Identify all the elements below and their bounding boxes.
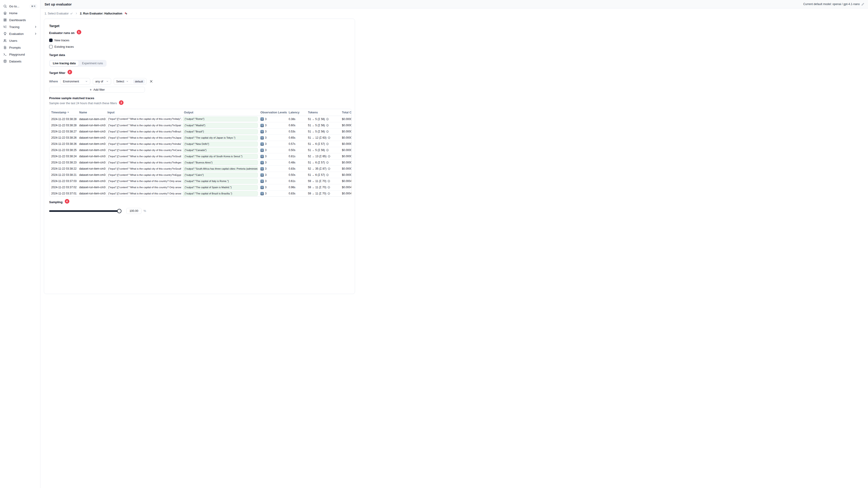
step-badge-3: 3 xyxy=(119,100,124,105)
table-row[interactable]: 2024-11-22 03:38:26 dataset-run-item-cm3… xyxy=(50,141,351,147)
info-icon[interactable] xyxy=(328,186,330,189)
input-cell[interactable]: {"input":[{"content":"What is the capita… xyxy=(106,129,181,134)
info-icon[interactable] xyxy=(326,142,329,145)
sidebar-item-home[interactable]: Home xyxy=(2,10,38,17)
output-cell[interactable]: {"output":"The capital of Italy is Rome.… xyxy=(183,179,258,184)
output-cell[interactable]: {"output":"Cairo"} xyxy=(183,173,258,177)
table-column-header[interactable]: Latency xyxy=(287,111,306,114)
tab-live-tracing-data[interactable]: Live tracing data xyxy=(50,61,79,66)
info-icon[interactable] xyxy=(328,180,330,183)
table-row[interactable]: 2024-11-22 03:38:23 dataset-run-item-cm3… xyxy=(50,159,351,165)
step-badge-4: 4 xyxy=(65,199,69,202)
input-cell[interactable]: {"input":[{"content":"What is the capita… xyxy=(106,179,181,184)
input-cell[interactable]: {"input":[{"content":"What is the capita… xyxy=(106,123,181,128)
table-column-header[interactable]: Tokens xyxy=(306,111,340,114)
checkbox[interactable] xyxy=(49,45,53,48)
sidebar-item-datasets[interactable]: Datasets xyxy=(2,58,38,65)
tokens-cell: 59 → 11 (Σ 70) xyxy=(306,186,340,189)
output-cell[interactable]: {"output":"The capital of Brazil is Bras… xyxy=(183,191,258,196)
latency-cell: 0.83s xyxy=(287,167,306,170)
add-filter-button[interactable]: Add filter xyxy=(49,87,145,93)
input-cell[interactable]: {"input":[{"content":"What is the capita… xyxy=(106,185,181,190)
output-cell[interactable]: {"output":"The capital of Spain is Madri… xyxy=(183,185,258,190)
table-column-header[interactable]: Name xyxy=(78,111,105,114)
remove-filter-icon[interactable] xyxy=(150,80,153,83)
table-row[interactable]: 2024-11-22 03:38:25 dataset-run-item-cm3… xyxy=(50,147,351,153)
filter-operator-select[interactable]: any of xyxy=(93,78,111,85)
name-cell: dataset-run-item-cm3s4 xyxy=(78,149,105,152)
table-row[interactable]: 2024-11-22 03:37:02 dataset-run-item-cm3… xyxy=(50,184,351,190)
input-cell[interactable]: {"input":[{"content":"What is the capita… xyxy=(106,173,181,177)
info-icon[interactable] xyxy=(326,118,329,121)
info-icon[interactable] xyxy=(326,149,329,152)
runs-on-options: New traces Existing traces xyxy=(49,38,351,49)
table-row[interactable]: 2024-11-22 03:38:28 dataset-run-item-cm3… xyxy=(50,122,351,128)
table-row[interactable]: 2024-11-22 03:38:26 dataset-run-item-cm3… xyxy=(50,134,351,141)
sidebar-item-playground[interactable]: Playground xyxy=(2,51,38,58)
sidebar-item-tracing[interactable]: Tracing xyxy=(2,24,38,30)
output-cell[interactable]: {"output":"Canada"} xyxy=(183,148,258,153)
input-cell[interactable]: {"input":[{"content":"What is the capita… xyxy=(106,148,181,153)
table-column-header[interactable]: Timestamp ▼ xyxy=(50,111,78,114)
breadcrumb-step-run-evaluator[interactable]: 2. Run Evaluator: Hallucination xyxy=(80,12,128,15)
input-cell[interactable]: {"input":[{"content":"What is the capita… xyxy=(106,160,181,165)
table-row[interactable]: 2024-11-22 03:38:22 dataset-run-item-cm3… xyxy=(50,165,351,172)
input-cell[interactable]: {"input":[{"content":"What is the capita… xyxy=(106,135,181,140)
info-icon[interactable] xyxy=(328,192,330,195)
input-cell[interactable]: {"input":[{"content":"What is the capita… xyxy=(106,142,181,147)
goto-label: Go to... xyxy=(9,5,19,8)
sidebar-item-label: Tracing xyxy=(9,25,20,29)
preview-table: Timestamp ▼ Name Input Output Observatio… xyxy=(49,109,351,197)
shortcut-badge: ⌘ K xyxy=(30,4,37,8)
table-row[interactable]: 2024-11-22 03:38:21 dataset-run-item-cm3… xyxy=(50,172,351,178)
output-cell[interactable]: {"output":"The capital city of South Kor… xyxy=(183,154,258,159)
output-cell[interactable]: {"output":"Madrid"} xyxy=(183,123,258,128)
input-cell[interactable]: {"input":[{"content":"What is the capita… xyxy=(106,154,181,159)
input-cell[interactable]: {"input":[{"content":"What is the capita… xyxy=(106,166,181,171)
info-icon[interactable] xyxy=(328,136,331,139)
tab-experiment-runs[interactable]: Experiment runs xyxy=(79,61,106,66)
info-icon[interactable] xyxy=(328,155,331,158)
output-cell[interactable]: {"output":"South Africa has three capita… xyxy=(183,166,258,171)
latency-cell: 0.53s xyxy=(287,130,306,133)
info-icon[interactable] xyxy=(328,167,331,170)
input-cell[interactable]: {"input":[{"content":"What is the capita… xyxy=(106,117,181,122)
table-column-header[interactable]: Observation Levels xyxy=(258,111,287,114)
output-cell[interactable]: {"output":"The capital city of Japan is … xyxy=(183,135,258,140)
table-column-header[interactable]: Output xyxy=(182,111,258,114)
table-row[interactable]: 2024-11-22 03:38:28 dataset-run-item-cm3… xyxy=(50,116,351,122)
info-icon[interactable] xyxy=(326,173,329,176)
sidebar-item-evaluation[interactable]: Evaluation xyxy=(2,30,38,37)
checkbox-row[interactable]: Existing traces xyxy=(49,44,351,49)
info-icon[interactable] xyxy=(326,161,329,164)
table-row[interactable]: 2024-11-22 03:37:03 dataset-run-item-cm3… xyxy=(50,178,351,184)
output-cell[interactable]: {"output":"New Delhi"} xyxy=(183,142,258,147)
latency-cell: 0.50s xyxy=(287,173,306,176)
tokens-cell: 59 → 11 (Σ 70) xyxy=(306,192,340,195)
goto-search[interactable]: Go to... ⌘ K xyxy=(2,3,38,10)
table-row[interactable]: 2024-11-22 03:37:01 dataset-run-item-cm3… xyxy=(50,190,351,196)
info-icon[interactable] xyxy=(326,130,329,133)
checkbox-row[interactable]: New traces xyxy=(49,38,351,43)
name-cell: dataset-run-item-cm3s4 xyxy=(78,167,105,170)
table-column-header[interactable]: Input xyxy=(105,111,182,114)
breadcrumb-step-select-evaluator[interactable]: 1. Select Evaluator xyxy=(44,12,73,15)
sidebar-item-prompts[interactable]: Prompts xyxy=(2,44,38,51)
table-column-header[interactable]: Total Cost xyxy=(340,111,351,114)
info-icon[interactable] xyxy=(326,124,329,127)
table-row[interactable]: 2024-11-22 03:38:27 dataset-run-item-cm3… xyxy=(50,128,351,134)
output-cell[interactable]: {"output":"Brazil"} xyxy=(183,129,258,134)
sidebar-item-label: Users xyxy=(9,39,17,42)
name-cell: dataset-run-item-cm3s4 xyxy=(78,118,105,121)
output-cell[interactable]: {"output":"Rome"} xyxy=(183,117,258,122)
input-cell[interactable]: {"input":[{"content":"What is the capita… xyxy=(106,191,181,196)
output-cell[interactable]: {"output":"Buenos Aires"} xyxy=(183,160,258,165)
sidebar-item-dashboards[interactable]: Dashboards xyxy=(2,17,38,24)
checkbox[interactable] xyxy=(49,39,53,42)
filter-value-placeholder: Select xyxy=(116,80,124,83)
filter-value-select[interactable]: Select default xyxy=(114,78,147,85)
filter-column-select[interactable]: Environment xyxy=(60,78,90,85)
table-row[interactable]: 2024-11-22 03:38:24 dataset-run-item-cm3… xyxy=(50,153,351,159)
sidebar-item-users[interactable]: Users xyxy=(2,37,38,44)
latency-cell: 0.83s xyxy=(287,192,306,195)
